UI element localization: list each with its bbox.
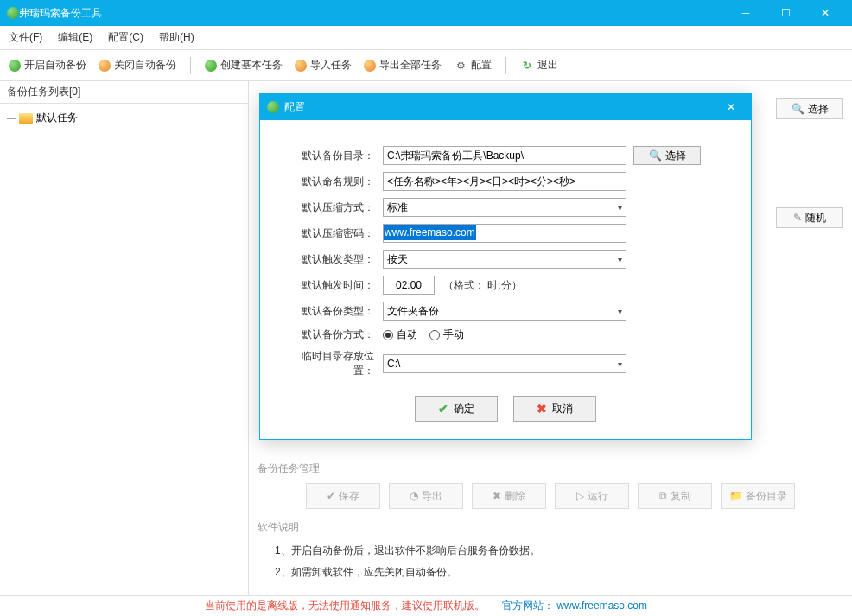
random-button[interactable]: ✎ 随机 [776, 207, 843, 228]
tool-export-all[interactable]: 导出全部任务 [364, 58, 442, 73]
input-naming-rule[interactable] [383, 172, 626, 191]
input-backup-dir[interactable] [383, 146, 626, 165]
config-dialog: 配置 ✕ 默认备份目录： 🔍 选择 默认命名规则： 默认压缩方式： 标准 ▾ 默… [259, 93, 752, 440]
radio-auto[interactable]: 自动 [383, 327, 417, 342]
app-title: 弗瑞玛索备份工具 [19, 6, 726, 21]
ok-button[interactable]: ✔ 确定 [415, 396, 498, 422]
tool-config[interactable]: ⚙ 配置 [454, 58, 492, 73]
right-side-buttons: 🔍 选择 ✎ 随机 [776, 98, 843, 228]
statusbar: 当前使用的是离线版，无法使用通知服务，建议使用联机版。 官方网站： www.fr… [0, 595, 852, 616]
menu-config[interactable]: 配置(C) [108, 30, 143, 45]
tree-root-item[interactable]: — 默认任务 [7, 109, 241, 127]
tool-start-auto-backup[interactable]: 开启自动备份 [9, 58, 86, 73]
dialog-close-button[interactable]: ✕ [718, 94, 744, 120]
label-naming-rule: 默认命名规则： [286, 175, 383, 189]
export-icon: ◔ [410, 490, 418, 502]
titlebar: 弗瑞玛索备份工具 ─ ☐ ✕ [0, 0, 852, 26]
radio-manual[interactable]: 手动 [429, 327, 464, 342]
task-management: 备份任务管理 ✔保存 ◔导出 ✖删除 ▷运行 ⧉复制 📁备份目录 [258, 461, 843, 509]
copy-button[interactable]: ⧉复制 [638, 483, 712, 509]
app-icon [7, 7, 19, 19]
save-button[interactable]: ✔保存 [306, 483, 380, 509]
radio-icon [429, 330, 440, 340]
status-warning: 当前使用的是离线版，无法使用通知服务，建议使用联机版。 [205, 599, 485, 613]
tool-stop-auto-backup[interactable]: 关闭自动备份 [99, 58, 176, 73]
select-temp-dir[interactable]: C:\ ▾ [383, 354, 626, 373]
folder-icon [19, 113, 33, 124]
window-controls: ─ ☐ ✕ [726, 0, 845, 26]
pencil-icon: ✎ [793, 212, 802, 224]
tool-create-task[interactable]: 创建基本任务 [205, 58, 283, 73]
menu-edit[interactable]: 编辑(E) [58, 30, 92, 45]
label-backup-type: 默认备份类型： [286, 304, 383, 319]
input-compress-pwd[interactable]: www.freemaso.com [383, 224, 626, 243]
chevron-down-icon: ▾ [618, 307, 622, 316]
dialog-body: 默认备份目录： 🔍 选择 默认命名规则： 默认压缩方式： 标准 ▾ 默认压缩密码… [260, 120, 751, 439]
search-icon: 🔍 [792, 103, 804, 115]
search-icon: 🔍 [649, 149, 662, 162]
tree-twisty-icon[interactable]: — [7, 113, 16, 123]
play-icon: ▷ [576, 490, 584, 502]
minimize-button[interactable]: ─ [726, 0, 766, 26]
sidebar: 备份任务列表[0] — 默认任务 [0, 81, 249, 595]
dialog-title: 配置 [284, 100, 305, 115]
add-icon [205, 60, 217, 72]
menu-file[interactable]: 文件(F) [9, 30, 42, 45]
label-compress-mode: 默认压缩方式： [286, 200, 383, 215]
label-compress-pwd: 默认压缩密码： [286, 226, 383, 241]
tree-item-label: 默认任务 [36, 111, 78, 125]
export-button[interactable]: ◔导出 [389, 483, 463, 509]
dialog-icon [267, 101, 279, 113]
maximize-button[interactable]: ☐ [766, 0, 805, 26]
desc-line-1: 1、开启自动备份后，退出软件不影响后台服务备份数据。 [275, 543, 843, 558]
menu-help[interactable]: 帮助(H) [159, 30, 194, 45]
cancel-button[interactable]: ✖ 取消 [513, 396, 596, 422]
delete-button[interactable]: ✖删除 [472, 483, 546, 509]
choose-button[interactable]: 🔍 选择 [776, 98, 843, 119]
label-backup-mode: 默认备份方式： [286, 327, 383, 342]
label-temp-dir: 临时目录存放位置： [286, 349, 383, 378]
dialog-titlebar[interactable]: 配置 ✕ [260, 94, 751, 120]
desc-line-2: 2、如需卸载软件，应先关闭自动备份。 [275, 565, 843, 580]
check-icon: ✔ [438, 402, 448, 416]
delete-icon: ✖ [493, 490, 501, 502]
site-label: 官方网站： [502, 600, 554, 612]
label-trigger-type: 默认触发类型： [286, 252, 383, 267]
menubar: 文件(F) 编辑(E) 配置(C) 帮助(H) [0, 26, 852, 50]
select-compress-mode[interactable]: 标准 ▾ [383, 198, 626, 217]
task-tree[interactable]: — 默认任务 [0, 104, 248, 595]
stop-icon [99, 60, 111, 72]
folder-icon: 📁 [729, 490, 742, 502]
copy-icon: ⧉ [659, 490, 667, 502]
status-site: 官方网站： www.freemaso.com [502, 599, 647, 613]
select-trigger-type[interactable]: 按天 ▾ [383, 250, 626, 269]
export-icon [364, 60, 376, 72]
sidebar-header: 备份任务列表[0] [0, 81, 248, 104]
label-trigger-time: 默认触发时间： [286, 278, 383, 293]
exit-icon: ↻ [520, 59, 534, 73]
close-button[interactable]: ✕ [805, 0, 845, 26]
backup-dir-button[interactable]: 📁备份目录 [721, 483, 795, 509]
radio-icon [383, 330, 393, 340]
play-icon [9, 60, 21, 72]
chevron-down-icon: ▾ [618, 255, 622, 264]
dialog-actions: ✔ 确定 ✖ 取消 [286, 396, 725, 422]
gear-icon: ⚙ [454, 59, 467, 73]
chevron-down-icon: ▾ [618, 203, 622, 213]
toolbar: 开启自动备份 关闭自动备份 创建基本任务 导入任务 导出全部任务 ⚙ 配置 ↻ … [0, 50, 852, 81]
import-icon [295, 60, 307, 72]
label-backup-dir: 默认备份目录： [286, 149, 383, 163]
task-buttons: ✔保存 ◔导出 ✖删除 ▷运行 ⧉复制 📁备份目录 [258, 483, 843, 509]
choose-dir-button[interactable]: 🔍 选择 [633, 146, 701, 165]
run-button[interactable]: ▷运行 [555, 483, 629, 509]
software-description: 软件说明 1、开启自动备份后，退出软件不影响后台服务备份数据。 2、如需卸载软件… [258, 520, 843, 587]
task-mgmt-header: 备份任务管理 [258, 461, 843, 476]
check-icon: ✔ [327, 490, 335, 502]
site-url-link[interactable]: www.freemaso.com [556, 600, 647, 612]
tool-exit[interactable]: ↻ 退出 [520, 58, 558, 73]
input-trigger-time[interactable] [383, 276, 435, 295]
separator [190, 57, 191, 74]
tool-import-task[interactable]: 导入任务 [295, 58, 352, 73]
select-backup-type[interactable]: 文件夹备份 ▾ [383, 302, 626, 321]
trigger-time-hint: （格式： 时:分） [443, 278, 522, 293]
